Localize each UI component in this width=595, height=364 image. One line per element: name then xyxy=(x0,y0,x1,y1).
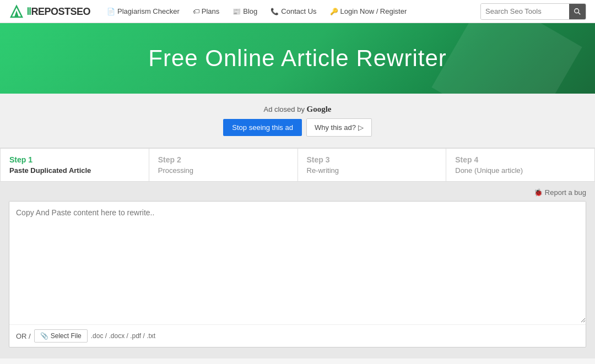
step-4-desc: Done (Unique article) xyxy=(455,166,586,175)
svg-line-3 xyxy=(578,12,581,14)
nav-contact[interactable]: 📞 Contact Us xyxy=(265,4,322,19)
blog-icon: 📰 xyxy=(232,8,241,15)
brand-icon xyxy=(9,4,24,19)
svg-marker-1 xyxy=(14,10,19,17)
ad-closed-text: Ad closed by Google xyxy=(11,105,584,114)
nav-label: Plans xyxy=(202,7,220,15)
report-bug-label: Report a bug xyxy=(545,188,586,197)
select-file-button[interactable]: 📎 Select File xyxy=(34,329,88,343)
nav-login[interactable]: 🔑 Login Now / Register xyxy=(324,4,413,19)
ad-buttons: Stop seeing this ad Why this ad? ▷ xyxy=(11,118,584,137)
nav-label: Plagiarism Checker xyxy=(117,7,180,15)
report-bug-bar: 🐞 Report a bug xyxy=(9,188,586,197)
ad-closed-prefix: Ad closed by xyxy=(263,105,304,113)
nav-label: Login Now / Register xyxy=(340,7,407,15)
main-content: 🐞 Report a bug OR / 📎 Select File .doc /… xyxy=(0,182,595,358)
step-2: Step 2 Processing xyxy=(149,149,298,181)
svg-point-2 xyxy=(575,8,579,13)
nav-links: 📄 Plagiarism Checker 🏷 Plans 📰 Blog 📞 Co… xyxy=(101,4,480,19)
nav-label: Blog xyxy=(243,7,257,15)
bug-icon: 🐞 xyxy=(534,188,543,197)
file-row: OR / 📎 Select File .doc / .docx / .pdf /… xyxy=(9,324,586,347)
brand-logo[interactable]: ⅡREPOSTSEO xyxy=(9,4,90,19)
phone-icon: 📞 xyxy=(271,8,279,15)
report-bug-link[interactable]: 🐞 Report a bug xyxy=(534,188,586,197)
file-types: .doc / .docx / .pdf / .txt xyxy=(91,332,155,340)
steps-bar: Step 1 Paste Duplicated Article Step 2 P… xyxy=(0,148,595,182)
hero-title: Free Online Article Rewriter xyxy=(11,45,584,72)
search-icon xyxy=(574,8,581,15)
brand-name: ⅡREPOSTSEO xyxy=(26,6,90,18)
why-this-ad-button[interactable]: Why this ad? ▷ xyxy=(306,118,372,137)
step-4-label: Step 4 xyxy=(455,155,586,164)
google-brand: Google xyxy=(307,105,332,113)
step-2-label: Step 2 xyxy=(158,155,289,164)
hero-banner: Free Online Article Rewriter xyxy=(0,23,595,94)
search-button[interactable] xyxy=(569,4,586,19)
step-1-desc: Paste Duplicated Article xyxy=(9,166,140,175)
or-label: OR / xyxy=(16,332,31,340)
content-textarea[interactable] xyxy=(9,202,586,323)
select-file-label: Select File xyxy=(51,332,82,340)
step-2-desc: Processing xyxy=(158,166,289,175)
tag-icon: 🏷 xyxy=(193,8,199,15)
step-4: Step 4 Done (Unique article) xyxy=(446,149,594,181)
stop-seeing-ad-button[interactable]: Stop seeing this ad xyxy=(223,119,302,136)
paperclip-icon: 📎 xyxy=(40,332,48,340)
step-3-label: Step 3 xyxy=(307,155,437,164)
step-1-label: Step 1 xyxy=(9,155,140,164)
step-3-desc: Re-writing xyxy=(307,166,437,175)
step-3: Step 3 Re-writing xyxy=(298,149,447,181)
ad-area: Ad closed by Google Stop seeing this ad … xyxy=(0,94,595,148)
search-form xyxy=(480,3,586,20)
nav-blog[interactable]: 📰 Blog xyxy=(227,4,263,19)
navbar: ⅡREPOSTSEO 📄 Plagiarism Checker 🏷 Plans … xyxy=(0,0,595,23)
login-icon: 🔑 xyxy=(330,8,338,15)
nav-plans[interactable]: 🏷 Plans xyxy=(187,4,225,19)
nav-label: Contact Us xyxy=(281,7,316,15)
step-1: Step 1 Paste Duplicated Article xyxy=(1,149,149,181)
file-icon: 📄 xyxy=(107,8,115,15)
textarea-wrapper: OR / 📎 Select File .doc / .docx / .pdf /… xyxy=(9,201,586,347)
search-input[interactable] xyxy=(481,4,569,19)
nav-plagiarism-checker[interactable]: 📄 Plagiarism Checker xyxy=(101,4,185,19)
